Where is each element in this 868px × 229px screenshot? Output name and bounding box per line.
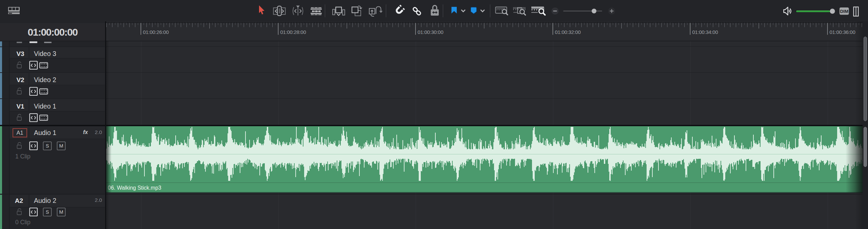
- svg-text:M: M: [59, 209, 63, 215]
- svg-text:M: M: [59, 143, 63, 149]
- svg-text:DIM: DIM: [840, 9, 848, 14]
- svg-text:S: S: [46, 143, 49, 149]
- svg-text:S: S: [46, 209, 49, 215]
